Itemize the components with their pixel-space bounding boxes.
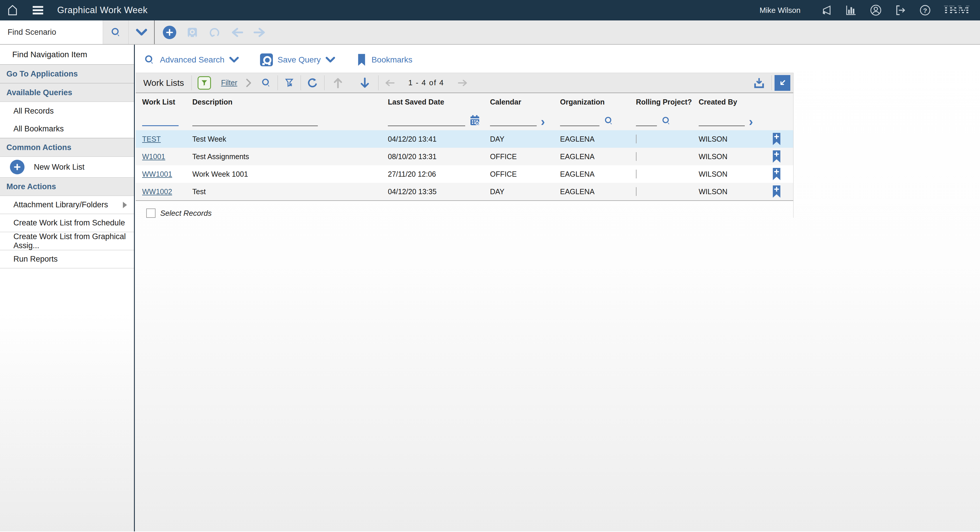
rolling-project-checkbox[interactable] bbox=[636, 187, 636, 196]
add-bookmark-icon[interactable] bbox=[772, 150, 781, 162]
save-query-label: Save Query bbox=[278, 55, 321, 65]
last-saved-date-cell: 04/12/20 13:41 bbox=[382, 135, 484, 143]
bookmark-icon bbox=[356, 53, 367, 66]
filter-input-rolling-project[interactable] bbox=[636, 116, 657, 126]
find-search-button[interactable] bbox=[103, 21, 129, 44]
table-body: TEST Test Week 04/12/20 13:41 DAY EAGLEN… bbox=[136, 130, 793, 201]
work-list-link[interactable]: TEST bbox=[142, 135, 161, 143]
next-record-icon[interactable] bbox=[253, 27, 266, 38]
advanced-search-button[interactable]: Advanced Search bbox=[143, 54, 239, 66]
home-icon bbox=[6, 4, 19, 16]
undo-icon[interactable] bbox=[208, 26, 221, 38]
organization-cell: EAGLENA bbox=[554, 153, 630, 161]
next-page-icon[interactable] bbox=[452, 78, 474, 87]
add-bookmark-icon[interactable] bbox=[772, 168, 781, 180]
sidebar-section-more-actions: More Actions bbox=[0, 177, 134, 196]
move-down-icon[interactable] bbox=[352, 77, 378, 88]
table-search-icon[interactable] bbox=[255, 77, 278, 88]
rolling-project-checkbox[interactable] bbox=[636, 152, 636, 161]
select-records-checkbox[interactable] bbox=[146, 209, 156, 218]
sidebar-item-all-bookmarks[interactable]: All Bookmarks bbox=[0, 120, 134, 138]
bookmarks-button[interactable]: Bookmarks bbox=[356, 53, 412, 66]
clear-filter-icon[interactable] bbox=[278, 77, 301, 88]
advanced-search-label: Advanced Search bbox=[160, 55, 224, 65]
announcement-icon[interactable] bbox=[820, 4, 833, 16]
find-scenario-input[interactable] bbox=[0, 21, 103, 44]
description-cell: Work Week 1001 bbox=[186, 170, 382, 178]
profile-icon[interactable] bbox=[869, 4, 882, 17]
filter-toggle-icon[interactable] bbox=[192, 76, 217, 90]
add-bookmark-icon[interactable] bbox=[772, 133, 781, 145]
calendar-cell: DAY bbox=[484, 135, 554, 143]
menu-button[interactable] bbox=[25, 0, 51, 21]
calendar-icon[interactable] bbox=[469, 115, 480, 126]
description-cell: Test Week bbox=[186, 135, 382, 143]
find-options-button[interactable] bbox=[129, 21, 154, 44]
filter-input-description[interactable] bbox=[192, 116, 318, 126]
save-query-button[interactable]: Save Query bbox=[260, 53, 335, 66]
column-header-calendar: Calendar bbox=[484, 98, 554, 106]
find-navigation-input[interactable] bbox=[0, 45, 134, 65]
search-icon bbox=[143, 54, 155, 66]
column-header-work-list: Work List bbox=[136, 98, 186, 106]
search-icon[interactable] bbox=[661, 116, 671, 126]
previous-record-icon[interactable] bbox=[231, 27, 243, 38]
sidebar-section-go-to-applications[interactable]: Go To Applications bbox=[0, 65, 134, 83]
save-icon bbox=[260, 53, 273, 66]
rolling-project-checkbox[interactable] bbox=[636, 170, 636, 178]
filter-expand-chevron-icon[interactable] bbox=[242, 78, 255, 87]
column-header-description: Description bbox=[186, 98, 382, 106]
help-icon[interactable]: ? bbox=[919, 4, 931, 16]
table-row[interactable]: WW1001 Work Week 1001 27/11/20 12:06 OFF… bbox=[136, 165, 793, 183]
sidebar-item-all-records[interactable]: All Records bbox=[0, 102, 134, 120]
filter-input-work-list[interactable] bbox=[142, 116, 178, 126]
main-content: Advanced Search Save Query Bookmarks bbox=[135, 45, 980, 531]
sidebar-item-create-work-list-from-graphical-assignment[interactable]: Create Work List from Graphical Assig... bbox=[0, 232, 134, 250]
previous-page-icon[interactable] bbox=[379, 78, 401, 87]
minimize-panel-icon[interactable] bbox=[775, 75, 790, 91]
table-row[interactable]: TEST Test Week 04/12/20 13:41 DAY EAGLEN… bbox=[136, 130, 793, 148]
chevron-down-icon bbox=[229, 56, 239, 64]
sidebar-section-available-queries[interactable]: Available Queries bbox=[0, 83, 134, 102]
filter-input-last-saved-date[interactable] bbox=[388, 116, 465, 126]
rolling-project-checkbox[interactable] bbox=[636, 135, 636, 143]
select-value-chevron-icon[interactable]: › bbox=[541, 117, 545, 126]
work-lists-panel: Work Lists Filter bbox=[136, 73, 794, 218]
search-icon[interactable] bbox=[603, 116, 614, 126]
filter-input-organization[interactable] bbox=[560, 116, 600, 126]
sidebar-item-new-work-list[interactable]: New Work List bbox=[0, 157, 134, 177]
save-icon[interactable] bbox=[186, 26, 199, 38]
work-list-link[interactable]: WW1001 bbox=[142, 170, 172, 178]
select-value-chevron-icon[interactable]: › bbox=[749, 117, 753, 126]
refresh-icon[interactable] bbox=[301, 77, 324, 89]
home-button[interactable] bbox=[0, 0, 25, 21]
move-up-icon[interactable] bbox=[325, 77, 352, 88]
find-toolbar bbox=[0, 21, 980, 45]
table-row[interactable]: W1001 Test Assignments 08/10/20 13:31 OF… bbox=[136, 148, 793, 165]
created-by-cell: WILSON bbox=[692, 170, 764, 178]
table-row[interactable]: WW1002 Test 04/12/20 13:35 DAY EAGLENA W… bbox=[136, 183, 793, 200]
description-cell: Test Assignments bbox=[186, 153, 382, 161]
logout-icon[interactable] bbox=[894, 4, 907, 16]
chart-icon[interactable] bbox=[845, 4, 857, 16]
calendar-cell: OFFICE bbox=[484, 170, 554, 178]
work-list-link[interactable]: W1001 bbox=[142, 153, 165, 161]
last-saved-date-cell: 27/11/20 12:06 bbox=[382, 170, 484, 178]
new-record-icon[interactable] bbox=[163, 26, 176, 39]
download-icon[interactable] bbox=[747, 76, 772, 89]
filter-input-calendar[interactable] bbox=[490, 116, 537, 126]
user-name[interactable]: Mike Wilson bbox=[760, 6, 800, 15]
chevron-down-icon bbox=[325, 56, 335, 64]
app-header: Graphical Work Week Mike Wilson bbox=[0, 0, 980, 21]
sidebar-item-attachment-library[interactable]: Attachment Library/Folders bbox=[0, 196, 134, 214]
filter-link[interactable]: Filter bbox=[221, 78, 237, 87]
add-bookmark-icon[interactable] bbox=[772, 185, 781, 198]
sidebar-section-common-actions: Common Actions bbox=[0, 138, 134, 157]
sidebar-item-run-reports[interactable]: Run Reports bbox=[0, 250, 134, 268]
work-list-link[interactable]: WW1002 bbox=[142, 188, 172, 196]
organization-cell: EAGLENA bbox=[554, 135, 630, 143]
organization-cell: EAGLENA bbox=[554, 170, 630, 178]
filter-input-created-by[interactable] bbox=[698, 116, 745, 126]
sidebar-item-create-work-list-from-schedule[interactable]: Create Work List from Schedule bbox=[0, 214, 134, 232]
bookmarks-label: Bookmarks bbox=[372, 55, 412, 65]
